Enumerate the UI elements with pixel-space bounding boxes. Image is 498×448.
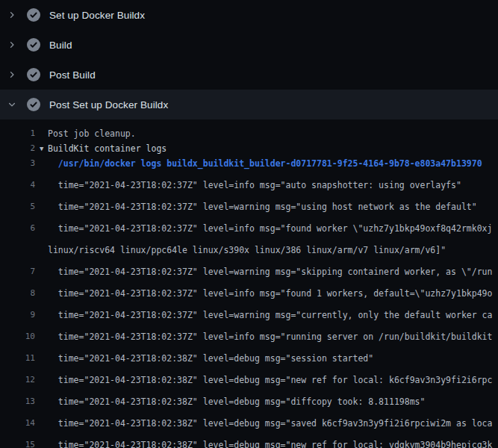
log-line-number[interactable]: 5 — [0, 199, 35, 214]
log-line: 5 time="2021-04-23T18:02:37Z" level=warn… — [0, 193, 498, 214]
log-line-number[interactable]: 14 — [0, 416, 35, 431]
log-line: 11 time="2021-04-23T18:02:38Z" level=deb… — [0, 344, 498, 366]
log-group-title: BuildKit container logs — [48, 143, 166, 154]
log-line-number[interactable]: 6 — [0, 221, 35, 236]
log-line: 14 time="2021-04-23T18:02:38Z" level=deb… — [0, 409, 498, 431]
group-collapse-marker-icon[interactable]: ▼ — [40, 141, 48, 156]
log-line-number[interactable]: 9 — [0, 308, 35, 323]
step-header-post-set-up-docker-buildx[interactable]: Post Set up Docker Buildx — [0, 90, 498, 119]
log-line: 10 time="2021-04-23T18:02:37Z" level=inf… — [0, 323, 498, 344]
chevron-right-icon[interactable] — [6, 9, 18, 21]
log-line-text: time="2021-04-23T18:02:38Z" level=debug … — [35, 373, 492, 388]
chevron-down-icon[interactable] — [6, 99, 18, 111]
log-line-number[interactable]: 2 — [0, 141, 35, 156]
log-line-text: time="2021-04-23T18:02:38Z" level=debug … — [35, 351, 373, 366]
step-title: Post Build — [49, 69, 96, 81]
log-group-toggle[interactable]: ▼BuildKit container logs — [35, 141, 166, 156]
log-line: 13 time="2021-04-23T18:02:38Z" level=deb… — [0, 388, 498, 409]
log-line: 9 time="2021-04-23T18:02:37Z" level=warn… — [0, 301, 498, 323]
log-line-text: time="2021-04-23T18:02:37Z" level=info m… — [35, 221, 492, 236]
log-line-number — [0, 243, 35, 258]
log-line: 3 /usr/bin/docker logs buildx_buildkit_b… — [0, 156, 498, 171]
log-line-text: time="2021-04-23T18:02:37Z" level=warnin… — [35, 199, 477, 214]
log-line-number[interactable]: 15 — [0, 438, 35, 448]
check-circle-icon — [27, 98, 40, 111]
step-title: Set up Docker Buildx — [49, 10, 145, 21]
log-line: 2▼BuildKit container logs — [0, 141, 498, 156]
step-header-post-build[interactable]: Post Build — [0, 60, 498, 90]
log-line-text: Post job cleanup. — [35, 126, 136, 141]
log-line-text: time="2021-04-23T18:02:37Z" level=info m… — [35, 329, 492, 344]
log-line-number[interactable]: 4 — [0, 178, 35, 193]
log-line-number[interactable]: 10 — [0, 329, 35, 344]
actions-log-viewer: Set up Docker BuildxBuildPost BuildPost … — [0, 0, 498, 448]
log-line-number[interactable]: 11 — [0, 351, 35, 366]
log-command-text: /usr/bin/docker logs buildx_buildkit_bui… — [35, 156, 482, 171]
log-line: 12 time="2021-04-23T18:02:38Z" level=deb… — [0, 366, 498, 388]
chevron-right-icon[interactable] — [6, 69, 18, 81]
step-header-set-up-docker-buildx[interactable]: Set up Docker Buildx — [0, 0, 498, 30]
step-list: Set up Docker BuildxBuildPost BuildPost … — [0, 0, 498, 119]
log-line-text: time="2021-04-23T18:02:37Z" level=info m… — [35, 286, 492, 301]
log-line: 7 time="2021-04-23T18:02:37Z" level=warn… — [0, 258, 498, 279]
log-line-text: time="2021-04-23T18:02:38Z" level=debug … — [35, 438, 492, 448]
log-line: 15 time="2021-04-23T18:02:38Z" level=deb… — [0, 431, 498, 448]
check-circle-icon — [27, 38, 40, 52]
log-line-text: linux/riscv64 linux/ppc64le linux/s390x … — [35, 243, 446, 258]
step-title: Build — [49, 40, 72, 51]
log-line-text: time="2021-04-23T18:02:37Z" level=warnin… — [35, 264, 492, 279]
step-header-build[interactable]: Build — [0, 30, 498, 60]
chevron-right-icon[interactable] — [6, 39, 18, 51]
log-output: 1Post job cleanup.2▼BuildKit container l… — [0, 119, 498, 448]
log-line-text: time="2021-04-23T18:02:38Z" level=debug … — [35, 416, 492, 431]
log-line: 4 time="2021-04-23T18:02:37Z" level=info… — [0, 171, 498, 193]
log-line: 8 time="2021-04-23T18:02:37Z" level=info… — [0, 279, 498, 301]
log-line: 6 time="2021-04-23T18:02:37Z" level=info… — [0, 214, 498, 236]
log-line: linux/riscv64 linux/ppc64le linux/s390x … — [0, 236, 498, 258]
log-line-text: time="2021-04-23T18:02:37Z" level=info m… — [35, 178, 461, 193]
log-line-number[interactable]: 12 — [0, 373, 35, 388]
log-line-number[interactable]: 8 — [0, 286, 35, 301]
log-line-number[interactable]: 1 — [0, 126, 35, 141]
step-title: Post Set up Docker Buildx — [49, 99, 168, 111]
log-line-number[interactable]: 13 — [0, 394, 35, 409]
check-circle-icon — [27, 8, 40, 22]
log-line-text: time="2021-04-23T18:02:38Z" level=debug … — [35, 394, 425, 409]
check-circle-icon — [27, 68, 40, 81]
log-line-text: time="2021-04-23T18:02:37Z" level=warnin… — [35, 308, 492, 323]
log-line-number[interactable]: 3 — [0, 156, 35, 171]
log-line-number[interactable]: 7 — [0, 264, 35, 279]
log-line: 1Post job cleanup. — [0, 126, 498, 141]
